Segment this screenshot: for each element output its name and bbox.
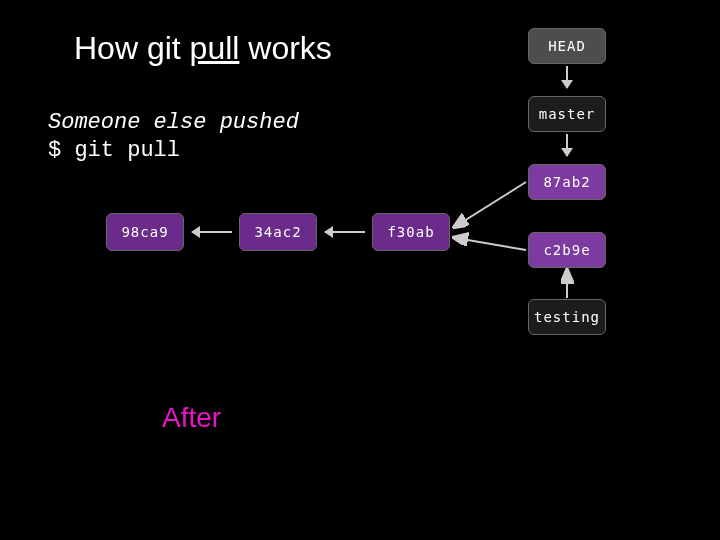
commit-f30ab: f30ab	[372, 213, 450, 251]
branch-testing: testing	[528, 299, 606, 335]
commit-34ac2: 34ac2	[239, 213, 317, 251]
arrow-head-to-master	[566, 66, 568, 88]
commit-98ca9: 98ca9	[106, 213, 184, 251]
arrow-f30ab-to-34ac2	[325, 231, 365, 233]
arrow-testing-to-c2b9e	[560, 268, 574, 300]
commit-c2b9e: c2b9e	[528, 232, 606, 268]
arrow-c2b9e-to-f30ab	[456, 238, 526, 250]
title-post: works	[239, 30, 331, 66]
connector-svg	[450, 160, 530, 340]
title-underlined: pull	[190, 30, 240, 66]
branch-master: master	[528, 96, 606, 132]
slide-title: How git pull works	[74, 30, 332, 67]
arrow-34ac2-to-98ca9	[192, 231, 232, 233]
command-line: $ git pull	[48, 138, 180, 163]
after-label: After	[162, 402, 221, 434]
description-line: Someone else pushed	[48, 110, 299, 135]
title-pre: How git	[74, 30, 190, 66]
arrow-87ab2-to-f30ab	[456, 182, 526, 226]
commit-87ab2: 87ab2	[528, 164, 606, 200]
slide: How git pull works Someone else pushed $…	[0, 0, 720, 540]
arrow-master-to-87ab2	[566, 134, 568, 156]
ref-head: HEAD	[528, 28, 606, 64]
